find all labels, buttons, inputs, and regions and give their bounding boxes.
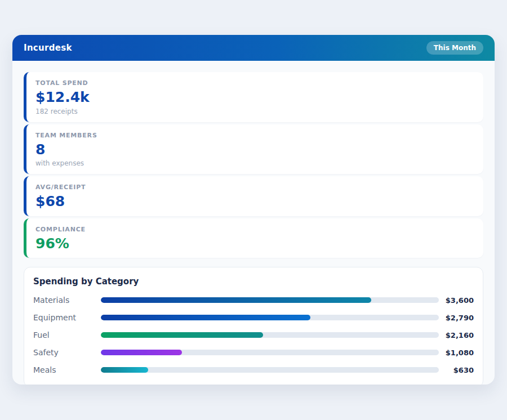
- stat-subtext: with expenses: [35, 159, 474, 167]
- bar-fill: [101, 332, 263, 338]
- stat-value: $68: [35, 194, 474, 209]
- bar-track: [101, 315, 439, 320]
- category-label: Equipment: [33, 313, 101, 322]
- stat-value: 8: [35, 142, 474, 158]
- dashboard-body: TOTAL SPEND $12.4k 182 receipts TEAM MEM…: [12, 61, 495, 385]
- bar-fill: [101, 315, 310, 320]
- stat-card-total-spend: TOTAL SPEND $12.4k 182 receipts: [24, 72, 483, 122]
- stat-label: TEAM MEMBERS: [35, 132, 474, 139]
- category-label: Safety: [33, 348, 101, 357]
- stat-subtext: 182 receipts: [35, 108, 474, 115]
- spending-row-safety: Safety $1,080: [33, 348, 474, 357]
- spending-by-category-card: Spending by Category Materials $3,600 Eq…: [24, 267, 483, 385]
- bar-fill: [101, 297, 371, 303]
- spending-row-meals: Meals $630: [33, 365, 474, 374]
- category-value: $2,160: [439, 331, 474, 339]
- app-title: Incurdesk: [24, 43, 72, 53]
- category-label: Meals: [33, 365, 101, 374]
- category-value: $2,790: [439, 314, 474, 322]
- spending-row-equipment: Equipment $2,790: [33, 313, 474, 322]
- spending-row-fuel: Fuel $2,160: [33, 330, 474, 339]
- stat-card-team-members: TEAM MEMBERS 8 with expenses: [24, 124, 483, 175]
- stat-label: TOTAL SPEND: [35, 79, 474, 87]
- app-header: Incurdesk This Month: [12, 35, 495, 61]
- period-badge[interactable]: This Month: [426, 41, 483, 55]
- category-label: Materials: [33, 296, 101, 305]
- stat-label: AVG/RECEIPT: [35, 184, 474, 191]
- category-value: $630: [439, 366, 474, 374]
- stat-card-avg-receipt: AVG/RECEIPT $68: [24, 176, 483, 216]
- category-label: Fuel: [33, 330, 101, 339]
- dashboard-panel: Incurdesk This Month TOTAL SPEND $12.4k …: [12, 35, 495, 385]
- bar-track: [101, 367, 439, 373]
- stat-value: 96%: [35, 236, 474, 252]
- bar-track: [101, 332, 439, 338]
- category-value: $3,600: [439, 296, 474, 305]
- category-value: $1,080: [439, 348, 474, 357]
- spending-card-title: Spending by Category: [33, 276, 474, 287]
- bar-track: [101, 350, 439, 355]
- stat-value: $12.4k: [35, 90, 474, 105]
- bar-fill: [101, 350, 182, 355]
- bar-track: [101, 297, 439, 303]
- stat-card-compliance: COMPLIANCE 96%: [24, 218, 483, 258]
- stat-label: COMPLIANCE: [35, 226, 474, 233]
- spending-row-materials: Materials $3,600: [33, 296, 474, 305]
- bar-fill: [101, 367, 148, 373]
